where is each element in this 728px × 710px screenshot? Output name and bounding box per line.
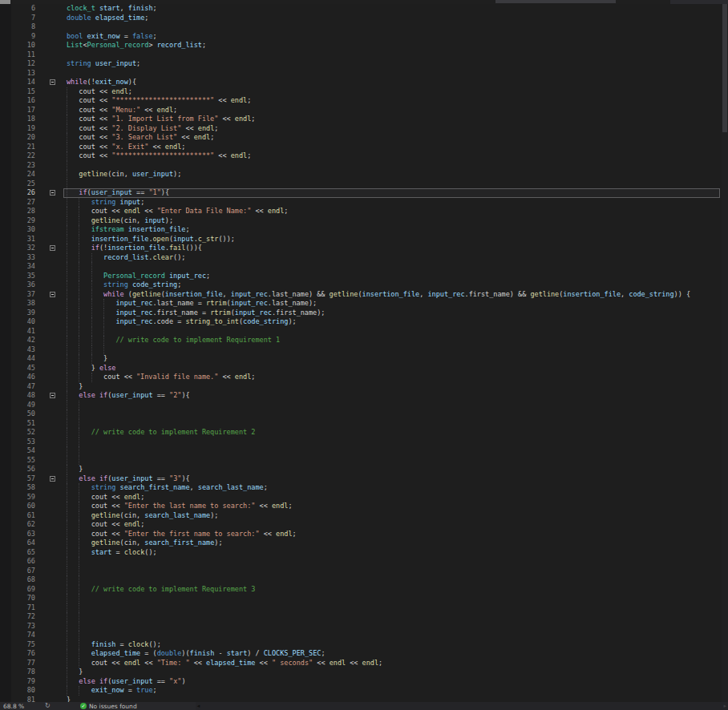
breakpoint-margin[interactable] [0, 530, 11, 539]
breakpoint-margin[interactable] [0, 69, 11, 79]
breakpoint-margin[interactable] [0, 502, 11, 511]
code-line[interactable]: 10List<Personal_record> record_list; [0, 41, 728, 50]
scroll-right-arrow-icon[interactable]: ▸ [723, 702, 726, 710]
line-number[interactable]: 39 [11, 309, 37, 318]
line-number[interactable]: 41 [11, 327, 37, 337]
line-number[interactable]: 15 [11, 87, 37, 97]
code-line[interactable]: 23 [0, 161, 728, 171]
line-number[interactable]: 16 [11, 96, 37, 106]
line-number[interactable]: 20 [11, 133, 37, 143]
line-number[interactable]: 71 [11, 603, 37, 613]
breakpoint-margin[interactable] [0, 336, 11, 345]
line-number[interactable]: 79 [11, 677, 37, 687]
line-number[interactable]: 62 [11, 520, 37, 530]
breakpoint-margin[interactable] [0, 299, 11, 309]
breakpoint-margin[interactable] [0, 253, 11, 263]
code-line[interactable]: 64 getline(cin, search_first_name); [0, 539, 728, 548]
code-line[interactable]: 77 cout << endl << "Time: " << elapsed_t… [0, 659, 728, 668]
code-line[interactable]: 80 exit_now = true; [0, 686, 728, 696]
code-line[interactable]: 54 [0, 446, 728, 456]
line-number[interactable]: 60 [11, 502, 37, 511]
line-number[interactable]: 34 [11, 262, 37, 272]
breakpoint-margin[interactable] [0, 474, 11, 484]
code-line[interactable]: 35 Personal_record input_rec; [0, 272, 728, 281]
code-line[interactable]: 50 [0, 409, 728, 419]
code-line[interactable]: 45 } else [0, 364, 728, 373]
breakpoint-margin[interactable] [0, 327, 11, 337]
breakpoint-margin[interactable] [0, 244, 11, 253]
code-line[interactable]: 57 else if(user_input == "3"){ [0, 474, 728, 484]
line-number[interactable]: 24 [11, 170, 37, 180]
horizontal-scrollbar[interactable]: ◂ ▸ [196, 702, 728, 710]
line-number[interactable]: 80 [11, 686, 37, 696]
code-line[interactable]: 44 } [0, 354, 728, 364]
line-number[interactable]: 26 [11, 188, 37, 198]
line-number[interactable]: 64 [11, 539, 37, 548]
line-number[interactable]: 11 [11, 50, 37, 60]
breakpoint-margin[interactable] [0, 539, 11, 548]
fold-collapse-toggle[interactable] [50, 393, 55, 398]
code-line[interactable]: 14while(!exit_now){ [0, 78, 728, 87]
line-number[interactable]: 22 [11, 151, 37, 161]
breakpoint-margin[interactable] [0, 677, 11, 687]
breakpoint-margin[interactable] [0, 659, 11, 668]
breakpoint-margin[interactable] [0, 96, 11, 106]
code-line[interactable]: 59 cout << endl; [0, 493, 728, 502]
code-line[interactable]: 12string user_input; [0, 59, 728, 69]
fold-collapse-toggle[interactable] [50, 292, 55, 297]
line-number[interactable]: 74 [11, 631, 37, 640]
breakpoint-margin[interactable] [0, 668, 11, 677]
line-number[interactable]: 53 [11, 438, 37, 447]
breakpoint-margin[interactable] [0, 124, 11, 134]
code-line[interactable]: 48 else if(user_input == "2"){ [0, 391, 728, 401]
line-number[interactable]: 36 [11, 280, 37, 290]
line-number[interactable]: 46 [11, 373, 37, 382]
breakpoint-margin[interactable] [0, 483, 11, 493]
line-number[interactable]: 54 [11, 446, 37, 456]
code-line[interactable]: 58 string search_first_name, search_last… [0, 483, 728, 493]
breakpoint-margin[interactable] [0, 22, 11, 32]
code-line[interactable]: 27 string input; [0, 198, 728, 208]
code-line[interactable]: 37 while (getline(insertion_file, input_… [0, 290, 728, 300]
breakpoint-margin[interactable] [0, 143, 11, 152]
line-number[interactable]: 70 [11, 594, 37, 603]
code-line[interactable]: 29 getline(cin, input); [0, 216, 728, 226]
breakpoint-margin[interactable] [0, 235, 11, 244]
code-line[interactable]: 73 [0, 622, 728, 631]
code-line[interactable]: 18 cout << "1. Import List from File" <<… [0, 115, 728, 124]
line-number[interactable]: 69 [11, 585, 37, 595]
line-number[interactable]: 65 [11, 548, 37, 558]
breakpoint-margin[interactable] [0, 419, 11, 429]
breakpoint-margin[interactable] [0, 161, 11, 171]
line-number[interactable]: 31 [11, 235, 37, 244]
line-number[interactable]: 75 [11, 640, 37, 650]
breakpoint-margin[interactable] [0, 409, 11, 419]
breakpoint-margin[interactable] [0, 603, 11, 613]
breakpoint-margin[interactable] [0, 216, 11, 226]
code-line[interactable]: 55 [0, 456, 728, 466]
line-number[interactable]: 23 [11, 161, 37, 171]
code-line[interactable]: 70 [0, 594, 728, 603]
line-number[interactable]: 51 [11, 419, 37, 429]
code-line[interactable]: 74 [0, 631, 728, 640]
line-number[interactable]: 59 [11, 493, 37, 502]
code-line[interactable]: 65 start = clock(); [0, 548, 728, 558]
code-line[interactable]: 19 cout << "2. Display List" << endl; [0, 124, 728, 134]
code-line[interactable]: 67 [0, 567, 728, 576]
line-number[interactable]: 32 [11, 244, 37, 253]
breakpoint-margin[interactable] [0, 78, 11, 87]
breakpoint-margin[interactable] [0, 428, 11, 438]
breakpoint-margin[interactable] [0, 520, 11, 530]
breakpoint-margin[interactable] [0, 354, 11, 364]
fold-collapse-toggle[interactable] [50, 476, 55, 482]
breakpoint-margin[interactable] [0, 106, 11, 115]
code-line[interactable]: 9bool exit_now = false; [0, 32, 728, 42]
breakpoint-margin[interactable] [0, 198, 11, 208]
breakpoint-margin[interactable] [0, 4, 11, 14]
breakpoint-margin[interactable] [0, 686, 11, 696]
code-editor[interactable]: 6clock_t start, finish;7double elapsed_t… [0, 4, 728, 704]
line-number[interactable]: 58 [11, 483, 37, 493]
line-number[interactable]: 44 [11, 354, 37, 364]
breakpoint-margin[interactable] [0, 511, 11, 521]
code-line[interactable]: 7double elapsed_time; [0, 14, 728, 23]
